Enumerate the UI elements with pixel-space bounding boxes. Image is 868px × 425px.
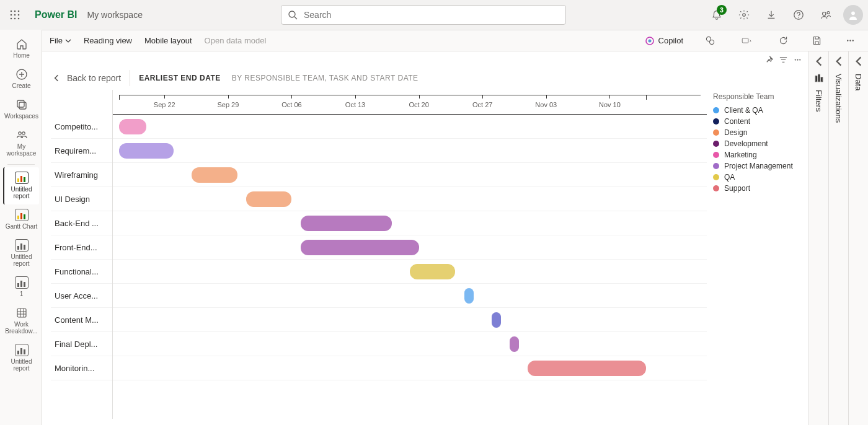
legend-swatch (713, 174, 719, 180)
save-button[interactable] (806, 32, 827, 50)
filter-button[interactable] (779, 55, 788, 67)
nav-workspaces[interactable]: Workspaces (3, 94, 39, 125)
svg-rect-22 (17, 309, 26, 317)
gantt-bar[interactable] (301, 216, 392, 231)
report-icon (15, 208, 29, 222)
gantt-row (113, 115, 707, 139)
legend-item[interactable]: Client & QA (713, 105, 800, 116)
axis-tick-label: Nov 10 (599, 101, 621, 108)
gantt-row (113, 356, 707, 380)
axis-tick-label: Oct 06 (281, 101, 301, 108)
pin-button[interactable] (764, 55, 774, 67)
nav-home[interactable]: Home (3, 33, 39, 64)
legend-swatch (713, 185, 719, 191)
legend-item[interactable]: QA (713, 172, 800, 183)
more-options-button[interactable] (839, 32, 861, 50)
report-icon (15, 276, 29, 289)
work-area: File Reading view Mobile layout Open dat… (42, 30, 868, 425)
gantt-task-label: UI Design (51, 187, 112, 211)
svg-point-7 (14, 18, 16, 20)
filters-pane-collapsed[interactable]: Filters (808, 51, 828, 425)
copilot-button[interactable]: Copilot (641, 36, 687, 46)
people-icon (15, 128, 29, 142)
report-canvas[interactable]: Back to report Earliest End Date by Resp… (42, 51, 808, 425)
download-button[interactable] (759, 2, 784, 27)
svg-point-14 (823, 12, 826, 15)
legend-swatch (713, 107, 719, 113)
menu-mobile-layout[interactable]: Mobile layout (144, 36, 192, 45)
gantt-row (113, 332, 707, 356)
menu-reading-view[interactable]: Reading view (84, 36, 132, 45)
svg-point-8 (18, 18, 20, 20)
legend-item[interactable]: Support (713, 183, 800, 194)
gantt-row (113, 260, 707, 284)
svg-point-0 (11, 11, 12, 12)
svg-rect-19 (19, 102, 26, 109)
nav-report-untitled-3[interactable]: Untitled report (3, 340, 39, 377)
search-input[interactable] (303, 9, 559, 20)
gantt-task-label: Front-End... (51, 235, 112, 260)
feedback-button[interactable] (813, 2, 838, 27)
svg-point-2 (18, 11, 20, 12)
expand-filters-icon[interactable] (813, 55, 825, 68)
report-icon (15, 171, 29, 185)
legend-swatch (713, 141, 719, 147)
settings-button[interactable] (732, 2, 756, 27)
account-avatar[interactable] (843, 5, 863, 25)
menu-file[interactable]: File (50, 36, 71, 45)
gantt-bar[interactable] (301, 240, 419, 255)
workspace-breadcrumb[interactable]: My workspace (87, 10, 142, 20)
legend-item[interactable]: Development (713, 138, 800, 149)
visualizations-pane-collapsed[interactable]: Visualizations (828, 51, 848, 425)
gantt-task-label: Functional... (51, 260, 112, 284)
gantt-task-label: Final Depl... (51, 332, 112, 356)
visual-options-button[interactable] (733, 32, 760, 50)
svg-point-5 (18, 14, 20, 16)
nav-report-1[interactable]: 1 (3, 272, 39, 302)
legend-label: Marketing (724, 151, 757, 159)
expand-data-icon[interactable] (852, 55, 865, 68)
svg-point-30 (852, 40, 853, 41)
nav-report-untitled-2[interactable]: Untitled report (3, 235, 39, 272)
gantt-bar[interactable] (528, 361, 646, 376)
refresh-button[interactable] (773, 32, 794, 50)
help-button[interactable] (786, 2, 811, 27)
legend-item[interactable]: Content (713, 116, 800, 127)
chart-title: Earliest End Date by Responsible Team, T… (139, 74, 418, 82)
back-to-report-button[interactable]: Back to report (52, 73, 121, 83)
explore-button[interactable] (699, 32, 720, 50)
legend-item[interactable]: Marketing (713, 149, 800, 160)
nav-report-wbs[interactable]: Work Breakdow... (3, 302, 39, 340)
gantt-bar[interactable] (510, 336, 519, 352)
gantt-bar[interactable] (464, 288, 474, 304)
gantt-bar[interactable] (119, 143, 174, 159)
nav-my-workspace[interactable]: My workspace (3, 125, 39, 162)
nav-report-untitled-1[interactable]: Untitled report (3, 167, 39, 204)
report-icon (15, 343, 29, 357)
home-icon (15, 37, 29, 51)
gantt-bar[interactable] (192, 167, 237, 183)
app-title[interactable]: Power BI (30, 9, 82, 20)
svg-point-31 (795, 59, 796, 60)
svg-point-28 (847, 40, 848, 41)
gantt-row (113, 284, 707, 308)
axis-tick-label: Oct 20 (409, 101, 428, 108)
data-pane-collapsed[interactable]: Data (848, 51, 868, 425)
legend-item[interactable]: Project Management (713, 160, 800, 172)
legend-item[interactable]: Design (713, 127, 800, 138)
gantt-chart[interactable]: Competito...Requirem...WireframingUI Des… (42, 90, 808, 425)
gantt-task-label: Back-End ... (51, 211, 112, 235)
copilot-icon (645, 36, 655, 46)
gantt-bar[interactable] (492, 312, 501, 328)
visual-more-button[interactable] (793, 55, 802, 67)
nav-create[interactable]: Create (3, 64, 39, 94)
search-box[interactable] (281, 5, 566, 25)
gantt-bar[interactable] (246, 191, 291, 207)
notifications-button[interactable]: 3 (704, 2, 729, 27)
nav-report-gantt-chart[interactable]: Gantt Chart (3, 204, 39, 235)
svg-line-10 (294, 17, 297, 19)
app-launcher-button[interactable] (5, 5, 25, 25)
expand-visualizations-icon[interactable] (833, 55, 845, 68)
gantt-bar[interactable] (119, 119, 146, 134)
gantt-bar[interactable] (410, 264, 455, 279)
